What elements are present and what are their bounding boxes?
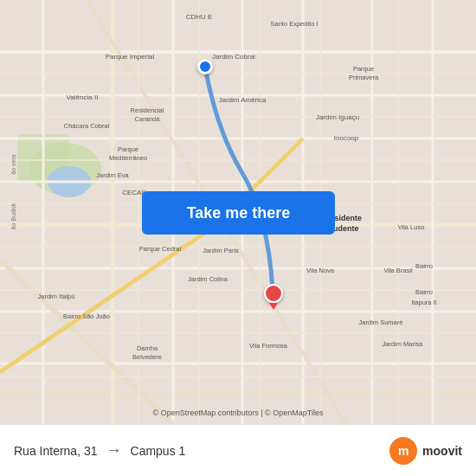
svg-text:Parque: Parque xyxy=(353,65,374,73)
svg-text:Primavera: Primavera xyxy=(349,74,379,81)
destination-marker xyxy=(264,284,283,308)
svg-text:Jardim Cobral: Jardim Cobral xyxy=(212,53,255,61)
svg-text:Santo Expedito I: Santo Expedito I xyxy=(270,20,318,28)
svg-text:Vila Nova: Vila Nova xyxy=(306,267,335,274)
svg-text:Parque: Parque xyxy=(118,145,138,153)
svg-text:Itapura II: Itapura II xyxy=(411,299,437,306)
svg-text:Valência II: Valência II xyxy=(67,93,99,101)
route-destination: Campus 1 xyxy=(131,444,186,458)
svg-text:Jardim Iguaçu: Jardim Iguaçu xyxy=(316,113,359,121)
svg-text:Vila Brasil: Vila Brasil xyxy=(383,267,413,274)
svg-text:Bairro São João: Bairro São João xyxy=(63,312,110,320)
bottom-bar: Rua Interna, 31 → Campus 1 m moovit xyxy=(0,424,476,476)
svg-text:Bairro: Bairro xyxy=(415,262,433,270)
svg-text:Belvedere: Belvedere xyxy=(132,353,162,361)
svg-text:Damha: Damha xyxy=(137,344,158,352)
svg-text:Jardim Italpú: Jardim Italpú xyxy=(38,293,75,300)
take-me-there-button[interactable]: Take me there xyxy=(142,191,335,235)
svg-text:Inocoop: Inocoop xyxy=(334,134,359,142)
svg-text:Mediterrâneo: Mediterrâneo xyxy=(109,154,147,162)
origin-marker xyxy=(197,59,213,74)
svg-text:Jardim Colina: Jardim Colina xyxy=(188,275,228,283)
map-container: CDHU E Santo Expedito I Parque Imperial … xyxy=(0,0,476,424)
svg-text:Residencial: Residencial xyxy=(131,106,164,114)
moovit-logo: m moovit xyxy=(389,437,462,465)
svg-text:Jardim América: Jardim América xyxy=(218,96,267,104)
svg-text:Jardim Paris: Jardim Paris xyxy=(203,247,239,254)
svg-text:CDHU E: CDHU E xyxy=(186,13,213,21)
moovit-text: moovit xyxy=(422,444,462,458)
svg-text:ão vera: ão vera xyxy=(10,154,16,174)
svg-text:Chácara Cobral: Chácara Cobral xyxy=(64,122,110,130)
route-info: Rua Interna, 31 → Campus 1 xyxy=(14,441,389,460)
svg-text:Jardim Marisa: Jardim Marisa xyxy=(382,340,423,348)
route-arrow-icon: → xyxy=(106,441,122,460)
svg-text:Jardim Eva: Jardim Eva xyxy=(96,171,129,179)
svg-text:Bairro: Bairro xyxy=(415,288,433,296)
svg-text:Carandá: Carandá xyxy=(135,115,161,123)
svg-text:Vila Formosa: Vila Formosa xyxy=(249,342,288,350)
route-origin: Rua Interna, 31 xyxy=(14,444,98,458)
svg-text:Parque Cedral: Parque Cedral xyxy=(139,245,182,253)
moovit-icon: m xyxy=(389,437,417,465)
svg-text:ão Budisk: ão Budisk xyxy=(10,203,16,229)
svg-text:Vila Luso: Vila Luso xyxy=(398,223,425,231)
svg-text:Jardim Sumaré: Jardim Sumaré xyxy=(359,318,403,326)
map-attribution: © OpenStreetMap contributors | © OpenMap… xyxy=(0,408,476,417)
svg-text:Parque Imperial: Parque Imperial xyxy=(106,53,155,61)
